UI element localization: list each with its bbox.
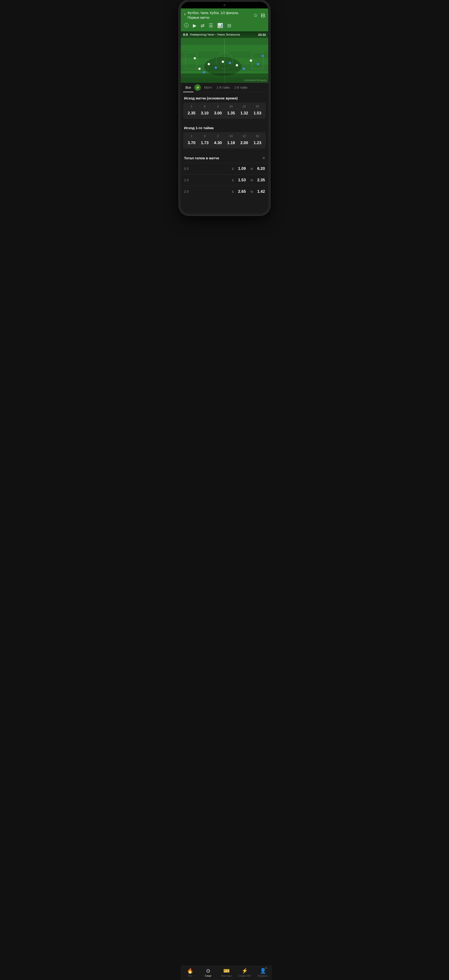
total-row-0: 0.5 Б 1.09 М 6.20 [181, 163, 268, 174]
total-over-label-1: Б [232, 178, 234, 182]
svg-point-19 [257, 63, 259, 65]
match-time: 23:32 [258, 33, 266, 37]
total-value-0: 0.5 [184, 167, 194, 170]
svg-point-17 [229, 62, 231, 64]
favorite-button[interactable]: ☆ [253, 13, 258, 19]
svg-point-11 [208, 63, 210, 65]
header-1: 1 [185, 105, 198, 108]
match-result-headers: 1 X 2 1X 12 X2 [183, 102, 266, 109]
header-title: Футбол. Чили. Кубок. 1/2 финала. Первые … [187, 11, 239, 20]
total-value-2: 2.5 [184, 190, 194, 194]
info-icon[interactable]: ⓘ [184, 22, 189, 29]
total-row-1: 1.5 Б 1.53 М 2.35 [181, 174, 268, 186]
total-under-odds-0[interactable]: 6.20 [254, 166, 265, 171]
svg-point-21 [262, 55, 264, 57]
fh-odds-1x[interactable]: 1.18 [224, 141, 238, 145]
fh-odds-x2[interactable]: 1.23 [251, 141, 264, 145]
total-over-odds-2[interactable]: 2.65 [235, 189, 246, 194]
exchange-icon[interactable]: ⇄ [201, 23, 205, 28]
svg-point-18 [243, 68, 245, 70]
svg-point-14 [250, 59, 252, 62]
tab-first-half[interactable]: 1-й тайм [214, 83, 232, 92]
notch [181, 2, 268, 8]
totals-list-icon[interactable]: ≡ [262, 156, 265, 161]
total-over-label-2: Б [232, 190, 234, 194]
odds-1x[interactable]: 1.35 [224, 111, 238, 116]
tab-match[interactable]: Матч [202, 83, 214, 92]
header-12: 12 [238, 105, 251, 108]
phone-frame: ‹ Футбол. Чили. Кубок. 1/2 финала. Первы… [179, 0, 270, 215]
total-over-odds-1[interactable]: 1.53 [235, 178, 246, 183]
grid-icon[interactable]: ⊟ [227, 23, 231, 28]
header-1x: 1X [224, 105, 238, 108]
first-half-odds: 3.70 1.73 4.30 1.18 2.00 1.23 [183, 139, 266, 148]
svg-point-16 [215, 67, 217, 69]
total-under-label-1: М [251, 178, 253, 182]
svg-point-10 [198, 68, 201, 70]
fh-odds-1[interactable]: 3.70 [185, 141, 198, 145]
header-title-line1: Футбол. Чили. Кубок. 1/2 финала. [187, 11, 239, 16]
match-result-title: Исход матча (основное время) [181, 92, 268, 102]
camera-icon [223, 4, 226, 6]
total-under-odds-2[interactable]: 1.42 [254, 189, 265, 194]
video-player[interactable]: 0:0 Университад Чили – Унион Эспаньола 2… [181, 31, 268, 83]
match-score: 0:0 [183, 33, 188, 37]
svg-point-12 [222, 60, 224, 63]
video-watermark: #UCHvsUExTNTSports [244, 79, 267, 81]
first-half-table: 1 X 2 1X 12 X2 3.70 1.73 4.30 1.18 2.00 … [183, 132, 266, 148]
fh-odds-12[interactable]: 2.00 [238, 141, 251, 145]
fh-header-x: X [198, 135, 211, 138]
total-under-label-0: М [251, 167, 253, 170]
total-over-odds-0[interactable]: 1.09 [235, 166, 246, 171]
total-under-odds-1[interactable]: 2.35 [254, 178, 265, 183]
main-content: Исход матча (основное время) 1 X 2 1X 12… [181, 92, 268, 213]
first-half-headers: 1 X 2 1X 12 X2 [183, 132, 266, 139]
fh-header-x2: X2 [251, 135, 264, 138]
fh-header-1: 1 [185, 135, 198, 138]
fh-header-12: 12 [238, 135, 251, 138]
svg-point-15 [203, 71, 205, 73]
fh-odds-x[interactable]: 1.73 [198, 141, 211, 145]
header-actions: ☆ ⊟ [253, 13, 265, 19]
header-top: ‹ Футбол. Чили. Кубок. 1/2 финала. Первы… [184, 11, 265, 20]
header-2: 2 [211, 105, 224, 108]
match-teams: Университад Чили – Унион Эспаньола [190, 33, 258, 36]
first-half-title: Исход 1-го тайма [181, 122, 268, 132]
chart-icon[interactable]: 📊 [217, 23, 223, 28]
tab-second-half[interactable]: 2-й тайм [232, 83, 250, 92]
total-over-label-0: Б [232, 167, 234, 170]
match-result-table: 1 X 2 1X 12 X2 2.35 3.10 3.00 1.35 1.32 … [183, 102, 266, 119]
header-title-area: ‹ Футбол. Чили. Кубок. 1/2 финала. Первы… [184, 11, 253, 20]
total-row-2: 2.5 Б 2.65 М 1.42 [181, 186, 268, 197]
header-x2: X2 [251, 105, 264, 108]
fh-odds-2[interactable]: 4.30 [211, 141, 224, 145]
odds-12[interactable]: 1.32 [238, 111, 251, 116]
svg-point-20 [194, 57, 196, 59]
odds-x2[interactable]: 1.53 [251, 111, 264, 116]
svg-point-13 [236, 64, 238, 67]
svg-rect-22 [181, 73, 268, 83]
header-x: X [198, 105, 211, 108]
header-title-line2: Первые матчи [187, 16, 239, 20]
list-view-icon[interactable]: ☰ [209, 23, 213, 28]
header: ‹ Футбол. Чили. Кубок. 1/2 финала. Первы… [181, 8, 268, 31]
tab-lightning[interactable]: ⚡ [194, 84, 201, 91]
back-button[interactable]: ‹ [184, 11, 186, 17]
totals-title: Тотал голов в матче [184, 156, 219, 160]
totals-header-row: Тотал голов в матче ≡ [181, 152, 268, 163]
fh-header-2: 2 [211, 135, 224, 138]
settings-button[interactable]: ⊟ [261, 13, 265, 19]
odds-x[interactable]: 3.10 [198, 111, 211, 116]
match-result-odds: 2.35 3.10 3.00 1.35 1.32 1.53 [183, 109, 266, 119]
nav-icons-bar: ⓘ ▶ ⇄ ☰ 📊 ⊟ [184, 22, 265, 29]
odds-1[interactable]: 2.35 [185, 111, 198, 116]
video-score-bar: 0:0 Университад Чили – Унион Эспаньола 2… [181, 31, 268, 38]
svg-point-9 [204, 57, 241, 76]
total-under-label-2: М [251, 190, 253, 194]
tabs-bar: Все ⚡ Матч 1-й тайм 2-й тайм [181, 83, 268, 92]
field-background [181, 38, 268, 83]
play-icon[interactable]: ▶ [193, 23, 197, 28]
odds-2[interactable]: 3.00 [211, 111, 224, 116]
total-value-1: 1.5 [184, 178, 194, 182]
tab-all[interactable]: Все [183, 83, 194, 92]
